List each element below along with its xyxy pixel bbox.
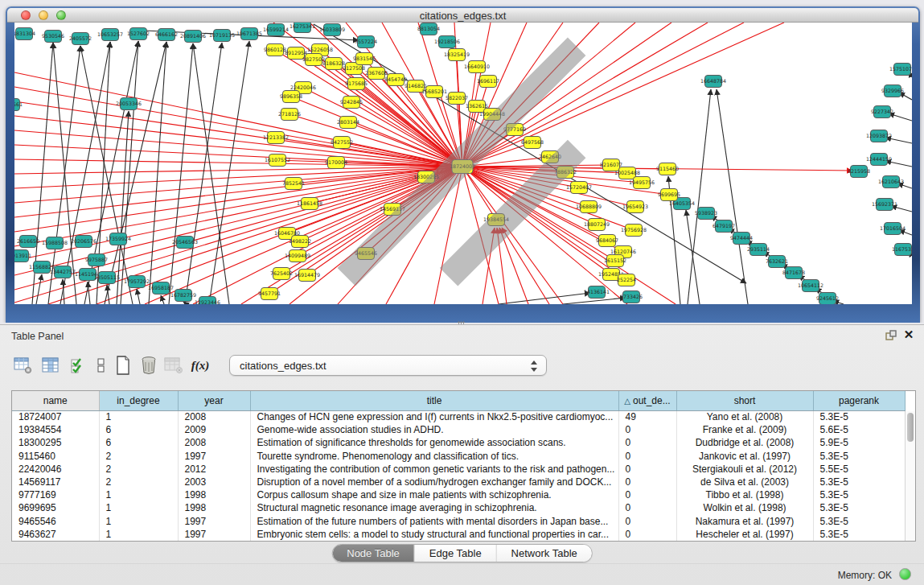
table-cell: 1997 xyxy=(178,450,250,463)
new-table-icon[interactable] xyxy=(113,355,133,376)
table-row[interactable]: 977716911998Corpus callosum shape and si… xyxy=(12,488,905,501)
table-cell: 2 xyxy=(99,476,178,488)
table-cell: Investigating the contribution of common… xyxy=(250,463,618,476)
table-cell: 0 xyxy=(618,463,676,476)
table-settings-icon[interactable] xyxy=(13,355,34,376)
table-cell: Yano et al. (2008) xyxy=(676,410,813,423)
table-cell: 19384554 xyxy=(12,423,99,436)
table-cell: Genome-wide association studies in ADHD. xyxy=(250,423,618,436)
table-cell: Stergiakouli et al. (2012) xyxy=(676,463,813,476)
column-header-year[interactable]: year xyxy=(178,391,250,410)
tab-network-table[interactable]: Network Table xyxy=(497,545,592,562)
table-cell: 18300295 xyxy=(12,436,99,449)
close-panel-icon[interactable]: ✕ xyxy=(902,328,915,341)
table-cell: 49 xyxy=(618,410,676,423)
column-header-in_degree[interactable]: in_degree xyxy=(99,391,178,410)
table-row[interactable]: 946362711997Embryonic stem cells: a mode… xyxy=(12,528,905,541)
tab-edge-table[interactable]: Edge Table xyxy=(415,545,497,562)
table-cell: 1998 xyxy=(178,488,250,501)
table-cell: 5.3E-5 xyxy=(813,501,905,514)
table-row[interactable]: 969969511998Structural magnetic resonanc… xyxy=(12,501,905,514)
table-cell: Tourette syndrome. Phenomenology and cla… xyxy=(250,450,618,463)
table-row[interactable]: 1872400712008Changes of HCN gene express… xyxy=(12,410,905,423)
table-cell: 1 xyxy=(99,410,178,423)
column-header-pagerank[interactable]: pagerank xyxy=(813,391,905,410)
table-selector-value: citations_edges.txt xyxy=(240,360,326,372)
rows-icon[interactable] xyxy=(91,355,112,376)
table-cell: 0 xyxy=(618,515,676,528)
table-cell: 5.3E-5 xyxy=(813,410,905,423)
delete-table-icon[interactable] xyxy=(138,355,159,376)
column-header-name[interactable]: name xyxy=(12,391,99,410)
table-cell: 1 xyxy=(99,501,178,514)
table-cell: 2 xyxy=(99,463,178,476)
scrollbar-thumb[interactable] xyxy=(907,413,914,442)
table-row[interactable]: 911546021997Tourette syndrome. Phenomeno… xyxy=(12,450,905,463)
table-cell: 5.3E-5 xyxy=(813,476,905,488)
network-window-titlebar[interactable]: citations_edges.txt xyxy=(7,8,918,23)
table-cell: 0 xyxy=(618,528,676,541)
import-table-icon[interactable] xyxy=(163,355,184,376)
table-cell: 1998 xyxy=(178,501,250,514)
table-row[interactable]: 2242004622012Investigating the contribut… xyxy=(12,463,905,476)
table-cell: Disruption of a novel member of a sodium… xyxy=(250,476,618,488)
table-cell: Changes of HCN gene expression and I(f) … xyxy=(250,410,618,423)
node-table-grid: namein_degreeyeartitle△out_de...shortpag… xyxy=(12,391,906,541)
table-cell: 2012 xyxy=(178,463,250,476)
table-cell: Estimation of significance thresholds fo… xyxy=(250,436,618,449)
table-cell: 9465546 xyxy=(12,515,99,528)
table-cell: Tibbo et al. (1998) xyxy=(676,488,813,501)
table-selector-dropdown[interactable]: citations_edges.txt xyxy=(229,355,547,376)
table-row[interactable]: 1456911722003Disruption of a novel membe… xyxy=(12,476,905,488)
table-cell: 9115460 xyxy=(12,450,99,463)
show-columns-icon[interactable] xyxy=(40,355,61,376)
table-cell: Hescheler et al. (1997) xyxy=(676,528,813,541)
table-cell: Corpus callosum shape and size in male p… xyxy=(250,488,618,501)
table-row[interactable]: 946554611997Estimation of the future num… xyxy=(12,515,905,528)
table-panel-header: Table Panel ✕ xyxy=(0,325,924,347)
float-panel-icon[interactable] xyxy=(885,330,897,341)
table-cell: 9699695 xyxy=(12,501,99,514)
table-cell: 0 xyxy=(618,476,676,488)
memory-status-indicator[interactable] xyxy=(899,568,911,580)
table-cell: 5.3E-5 xyxy=(813,515,905,528)
table-vertical-scrollbar[interactable] xyxy=(905,411,915,541)
memory-status-label: Memory: OK xyxy=(838,570,892,581)
table-cell: de Silva et al. (2003) xyxy=(676,476,813,488)
table-cell: 1997 xyxy=(178,528,250,541)
column-header-out_de[interactable]: △out_de... xyxy=(618,391,676,410)
table-cell: Wolkin et al. (1998) xyxy=(676,501,813,514)
tab-node-table[interactable]: Node Table xyxy=(332,545,415,562)
node-table: namein_degreeyeartitle△out_de...shortpag… xyxy=(11,390,916,542)
network-view-window[interactable]: citations_edges.txt 18313049530546240557… xyxy=(6,6,920,323)
table-row[interactable]: 1830029562008Estimation of significance … xyxy=(12,436,905,449)
dropdown-arrows-icon xyxy=(531,359,538,373)
table-cell: Franke et al. (2009) xyxy=(676,423,813,436)
network-canvas[interactable]: 1831304953054624055721065325715276026466… xyxy=(14,23,912,304)
table-cell: 5.3E-5 xyxy=(813,488,905,501)
table-cell: 6 xyxy=(99,436,178,449)
function-builder-icon[interactable]: f(x) xyxy=(190,355,211,376)
table-cell: 18724007 xyxy=(12,410,99,423)
table-type-segmented-control: Node TableEdge TableNetwork Table xyxy=(331,544,593,562)
select-all-icon[interactable] xyxy=(68,355,88,376)
network-window-title: citations_edges.txt xyxy=(7,10,918,22)
table-cell: 9463627 xyxy=(12,528,99,541)
table-cell: 5.3E-5 xyxy=(813,450,905,463)
table-header-row: namein_degreeyeartitle△out_de...shortpag… xyxy=(12,391,905,410)
window-resize-handle[interactable] xyxy=(14,23,910,303)
table-cell: 9777169 xyxy=(12,488,99,501)
table-cell: 5.5E-5 xyxy=(813,463,905,476)
table-cell: 2009 xyxy=(178,423,250,436)
table-cell: 22420046 xyxy=(12,463,99,476)
table-cell: 0 xyxy=(618,436,676,449)
table-cell: Embryonic stem cells: a model to study s… xyxy=(250,528,618,541)
table-cell: 1997 xyxy=(178,515,250,528)
table-cell: Dudbridge et al. (2008) xyxy=(676,436,813,449)
table-cell: 1 xyxy=(99,515,178,528)
table-cell: 14569117 xyxy=(12,476,99,488)
column-header-title[interactable]: title xyxy=(250,391,618,410)
table-row[interactable]: 1938455462009Genome-wide association stu… xyxy=(12,423,905,436)
table-cell: Estimation of the future numbers of pati… xyxy=(250,515,618,528)
column-header-short[interactable]: short xyxy=(676,391,813,410)
